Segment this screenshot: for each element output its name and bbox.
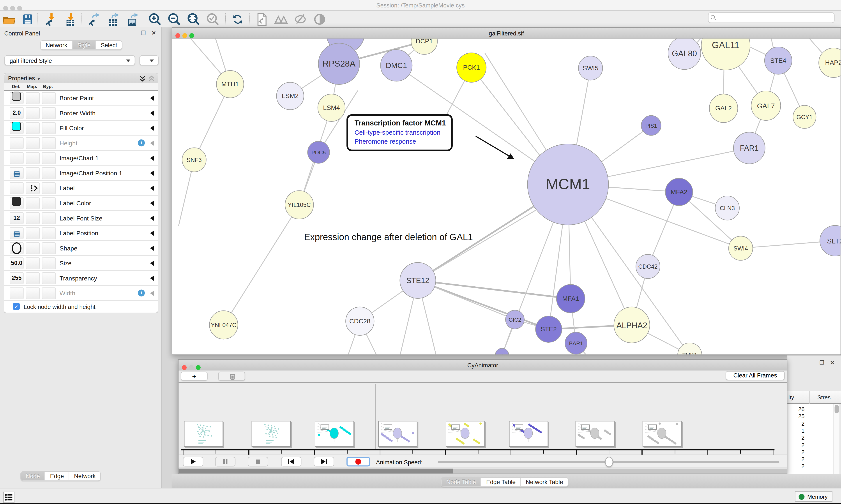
frame-thumbnail-2[interactable] [252,421,291,447]
bypass-cell[interactable] [42,182,56,194]
bypass-cell[interactable] [42,197,56,209]
maximize-icon[interactable] [196,365,201,370]
network-node-rps28a[interactable]: RPS28A [318,43,360,85]
timeline-area[interactable]: Seconds 0123456789 [179,382,787,455]
memory-button[interactable]: Memory [795,491,833,502]
bypass-cell[interactable] [42,257,56,269]
expand-row-icon[interactable] [150,290,154,296]
network-node-gal7[interactable]: GAL7 [751,91,781,121]
network-caption[interactable]: Expression change after deletion of GAL1 [304,232,473,243]
mapping-cell[interactable] [26,152,40,164]
pause-button[interactable] [215,457,235,467]
table-vertical-scrollbar[interactable] [833,404,839,474]
bypass-cell[interactable] [42,242,56,254]
frame-thumbnail-5[interactable] [446,421,485,447]
add-frame-button[interactable]: + [181,372,208,381]
bypass-cell[interactable] [42,137,56,149]
minimize-icon[interactable] [189,365,194,370]
zoom-fit-icon[interactable] [186,12,201,26]
import-table-icon[interactable] [63,12,77,26]
property-row-image-chart-position-1[interactable]: Image/Chart Position 1 [4,166,158,181]
tab-node-table[interactable]: Node Table [442,478,481,486]
network-node-dmc1[interactable]: DMC1 [380,49,412,82]
expand-row-icon[interactable] [150,201,154,206]
position-icon[interactable] [13,170,20,180]
property-row-label[interactable]: Label [4,181,158,196]
mapping-cell[interactable] [26,107,40,119]
default-value-cell[interactable] [10,287,24,299]
open-session-icon[interactable] [2,12,16,26]
mapping-cell[interactable] [26,287,40,299]
properties-dropdown-icon[interactable]: ▼ [37,77,41,82]
task-history-button[interactable] [3,492,15,503]
table-cell[interactable]: 26 [798,406,805,412]
table-cell[interactable]: 2 [801,463,804,469]
zoom-window-icon[interactable] [17,6,22,11]
frame-thumbnail-1[interactable] [184,421,223,447]
network-node-ste4[interactable]: STE4 [764,47,792,74]
frame-thumbnail-8[interactable] [643,421,682,447]
search-input[interactable] [718,13,831,22]
color-swatch[interactable] [12,197,21,206]
annotation-link[interactable]: Cell-type-specific transcription [355,129,446,136]
frame-thumbnail-6[interactable] [509,421,548,447]
lock-size-checkbox[interactable]: ✓ [13,303,20,310]
network-node-mfa1[interactable]: MFA1 [556,284,585,313]
delete-frame-button[interactable] [218,372,245,381]
panel-tab-edge[interactable]: Edge [45,472,69,480]
expand-row-icon[interactable] [150,246,154,251]
network-node-cln3[interactable]: CLN3 [715,196,739,220]
network-node-far1[interactable]: FAR1 [733,132,766,164]
expand-row-icon[interactable] [150,170,154,176]
skip-to-start-button[interactable] [281,457,301,467]
network-node-mfa2[interactable]: MFA2 [665,178,693,206]
expand-row-icon[interactable] [150,215,154,221]
bypass-cell[interactable] [42,227,56,239]
mcm1-annotation[interactable]: Transcription factor MCM1Cell-type-speci… [346,114,453,151]
zoom-selected-icon[interactable] [206,12,220,26]
property-row-width[interactable]: Widthi [4,286,158,301]
network-node-ste2[interactable]: STE2 [535,316,562,342]
mapping-cell[interactable] [26,122,40,134]
expand-row-icon[interactable] [150,110,154,115]
expand-row-icon[interactable] [150,231,154,236]
default-value-cell[interactable] [10,152,24,164]
network-node-gcy1[interactable]: GCY1 [793,105,817,129]
default-value[interactable]: 50.0 [10,259,24,266]
network-canvas[interactable]: DCP1RPS28ADMC1PCK1SWI5GAL80GAL11STE4HAP2… [172,38,840,354]
close-table-icon[interactable]: ✕ [830,360,837,366]
network-node-pck1[interactable]: PCK1 [457,53,486,83]
close-icon[interactable] [175,33,180,38]
mapping-cell[interactable] [26,137,40,149]
info-icon[interactable]: i [138,289,145,296]
float-table-icon[interactable]: ❐ [820,360,826,366]
copy-document-icon[interactable] [255,12,269,26]
show-graphics-icon[interactable] [313,12,327,26]
info-icon[interactable]: i [138,140,145,146]
first-neighbors-icon[interactable] [274,12,288,26]
expand-row-icon[interactable] [150,185,154,191]
mapping-cell[interactable] [26,197,40,209]
property-row-height[interactable]: Heighti [4,136,158,151]
mapping-cell[interactable] [26,212,40,224]
property-row-border-paint[interactable]: Border Paint [4,91,158,106]
bypass-cell[interactable] [42,287,56,299]
property-row-transparency[interactable]: 255Transparency [4,271,158,286]
expand-row-icon[interactable] [150,141,154,146]
tab-network-table[interactable]: Network Table [521,478,568,486]
collapse-all-icon[interactable] [148,74,155,84]
network-node-lsm2[interactable]: LSM2 [276,82,304,110]
frame-thumbnail-3[interactable] [315,421,354,447]
color-swatch[interactable] [12,92,21,101]
record-button[interactable] [346,457,370,467]
network-node-alpha2[interactable]: ALPHA2 [614,307,650,343]
tab-network[interactable]: Network [41,41,72,49]
property-row-label-color[interactable]: Label Color [4,196,158,211]
stop-button[interactable] [248,457,268,467]
property-row-border-width[interactable]: 2.0Border Width [4,106,158,121]
table-cell[interactable]: 2 [801,449,804,455]
float-panel-icon[interactable]: ❐ [141,30,148,36]
speed-slider-knob[interactable] [605,457,613,467]
network-node-swi4[interactable]: SWI4 [729,236,753,261]
expand-row-icon[interactable] [150,95,154,101]
